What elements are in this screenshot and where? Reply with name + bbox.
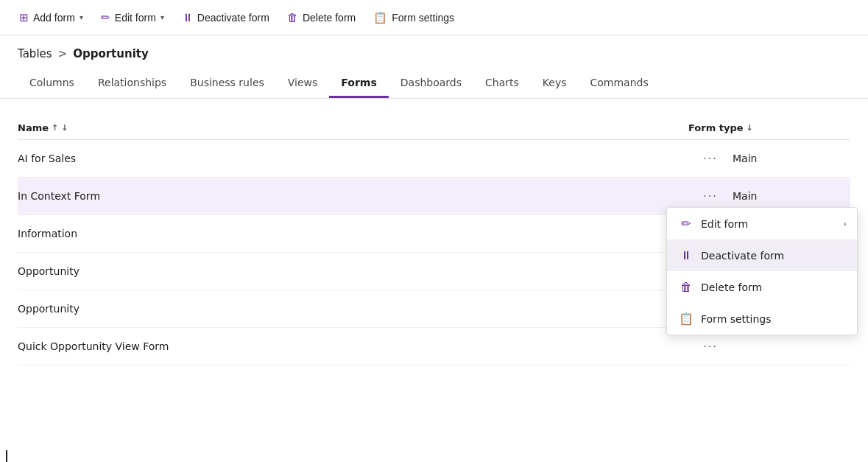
add-form-label: Add form [33, 12, 75, 24]
context-menu-edit-form[interactable]: ✏ Edit form › [667, 208, 857, 239]
row-actions: ··· [688, 149, 733, 168]
form-settings-button[interactable]: 📋 Form settings [366, 7, 462, 29]
context-edit-form-label: Edit form [701, 218, 748, 230]
tab-business-rules[interactable]: Business rules [178, 69, 276, 98]
col-name-header: Name ↑ ↓ [18, 122, 688, 133]
row-name: Quick Opportunity View Form [18, 340, 688, 352]
row-formtype: Main [733, 190, 850, 202]
tab-relationships[interactable]: Relationships [86, 69, 178, 98]
col-name-label: Name [18, 122, 49, 133]
tab-dashboards[interactable]: Dashboards [389, 69, 473, 98]
form-settings-label: Form settings [392, 12, 454, 24]
deactivate-form-context-icon: ⏸ [679, 248, 694, 262]
deactivate-form-icon: ⏸ [182, 11, 193, 24]
table-row: In Context Form ··· Main ✏ Edit form › ⏸… [18, 178, 850, 215]
row-actions: ··· [688, 337, 733, 356]
context-menu: ✏ Edit form › ⏸ Deactivate form 🗑 Delete… [666, 207, 858, 335]
edit-form-context-icon: ✏ [679, 217, 694, 231]
context-delete-form-label: Delete form [701, 281, 762, 293]
tab-charts[interactable]: Charts [473, 69, 531, 98]
tab-forms[interactable]: Forms [329, 69, 388, 98]
formtype-sort-icon[interactable]: ↓ [747, 123, 753, 133]
row-name: Information [18, 228, 688, 239]
main-content: Name ↑ ↓ Form type ↓ AI for Sales ··· Ma… [0, 99, 868, 365]
col-formtype-label: Form type [688, 122, 744, 133]
context-menu-form-settings[interactable]: 📋 Form settings [667, 303, 857, 335]
delete-form-label: Delete form [303, 12, 356, 24]
row-more-button[interactable]: ··· [697, 149, 723, 168]
tab-keys[interactable]: Keys [531, 69, 579, 98]
sort-desc-icon[interactable]: ↓ [61, 123, 68, 133]
add-form-button[interactable]: ⊞ Add form ▾ [12, 7, 91, 29]
add-form-icon: ⊞ [19, 11, 29, 24]
edit-form-chevron-icon: › [843, 219, 847, 229]
row-formtype: Main [733, 153, 850, 164]
row-name: AI for Sales [18, 153, 688, 164]
form-settings-context-icon: 📋 [679, 312, 694, 326]
row-more-button[interactable]: ··· [697, 186, 723, 206]
deactivate-form-button[interactable]: ⏸ Deactivate form [174, 7, 277, 28]
row-name: Opportunity [18, 303, 688, 315]
col-formtype-header: Form type ↓ [688, 122, 850, 133]
form-settings-icon: 📋 [373, 11, 387, 24]
breadcrumb-area: Tables > Opportunity [0, 35, 868, 66]
breadcrumb-separator: > [58, 47, 68, 60]
row-name: In Context Form [18, 190, 688, 202]
tab-commands[interactable]: Commands [579, 69, 660, 98]
context-form-settings-label: Form settings [701, 313, 772, 325]
tab-views[interactable]: Views [276, 69, 330, 98]
table-row: AI for Sales ··· Main [18, 140, 850, 178]
edit-form-chevron: ▾ [160, 13, 164, 21]
toolbar: ⊞ Add form ▾ ✏ Edit form ▾ ⏸ Deactivate … [0, 0, 868, 35]
delete-form-icon: 🗑 [287, 11, 298, 24]
context-menu-delete-form[interactable]: 🗑 Delete form [667, 271, 857, 303]
edit-form-icon: ✏ [101, 11, 110, 24]
add-form-chevron: ▾ [80, 13, 83, 21]
tab-columns[interactable]: Columns [18, 69, 86, 98]
tables-link[interactable]: Tables [18, 47, 52, 60]
context-deactivate-form-label: Deactivate form [701, 250, 784, 262]
edit-form-button[interactable]: ✏ Edit form ▾ [93, 7, 172, 29]
deactivate-form-label: Deactivate form [197, 12, 269, 24]
row-more-button[interactable]: ··· [697, 337, 723, 356]
table-header: Name ↑ ↓ Form type ↓ [18, 116, 850, 140]
sort-asc-icon[interactable]: ↑ [52, 123, 58, 133]
delete-form-context-icon: 🗑 [679, 280, 694, 294]
row-actions: ··· [688, 186, 733, 206]
delete-form-button[interactable]: 🗑 Delete form [280, 7, 363, 28]
edit-form-label: Edit form [115, 12, 156, 24]
context-menu-deactivate-form[interactable]: ⏸ Deactivate form [667, 239, 857, 271]
breadcrumb: Tables > Opportunity [18, 47, 850, 60]
row-name: Opportunity [18, 265, 688, 277]
breadcrumb-current: Opportunity [73, 47, 149, 60]
nav-tabs: Columns Relationships Business rules Vie… [0, 69, 868, 99]
